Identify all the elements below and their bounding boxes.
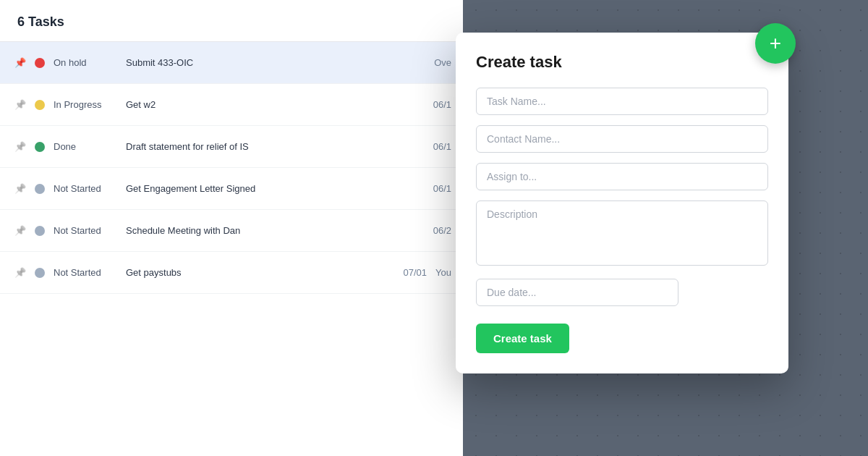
task-row[interactable]: 📌DoneDraft statement for relief of IS06/… <box>0 126 463 168</box>
task-description: Get Engagement Letter Signed <box>126 183 399 194</box>
description-field <box>476 200 768 269</box>
modal-title: Create task <box>476 53 768 72</box>
status-dot <box>35 58 45 68</box>
task-row[interactable]: 📌In ProgressGet w206/1 <box>0 84 463 126</box>
task-description: Submit 433-OIC <box>126 57 399 68</box>
description-textarea[interactable] <box>476 200 768 266</box>
pin-icon: 📌 <box>12 57 29 68</box>
task-status-label: Not Started <box>54 225 126 236</box>
contact-name-field <box>476 125 768 153</box>
task-date: 06/1 <box>408 99 451 110</box>
due-date-input[interactable] <box>476 279 678 306</box>
task-description: Draft statement for relief of IS <box>126 141 399 152</box>
task-description: Get w2 <box>126 99 399 110</box>
task-row[interactable]: 📌Not StartedGet paystubs07/01You <box>0 252 463 294</box>
pin-icon: 📌 <box>12 225 29 236</box>
status-dot <box>35 100 45 110</box>
task-status-label: On hold <box>54 57 126 68</box>
task-status-label: Not Started <box>54 183 126 194</box>
status-dot <box>35 142 45 152</box>
task-list-panel: 6 Tasks 📌On holdSubmit 433-OICOve📌In Pro… <box>0 0 463 456</box>
pin-icon: 📌 <box>12 141 29 152</box>
contact-name-input[interactable] <box>476 125 768 153</box>
task-list-header: 6 Tasks <box>0 0 463 42</box>
status-dot <box>35 268 45 278</box>
task-date: 06/1 <box>408 183 451 194</box>
task-row[interactable]: 📌Not StartedSchedule Meeting with Dan06/… <box>0 210 463 252</box>
assign-to-field <box>476 163 768 190</box>
due-date-field <box>476 279 768 306</box>
plus-icon: + <box>770 33 781 54</box>
task-status-label: Not Started <box>54 267 126 278</box>
task-description: Schedule Meeting with Dan <box>126 225 399 236</box>
create-task-modal: Create task Create task <box>456 33 788 373</box>
pin-icon: 📌 <box>12 267 29 278</box>
task-row[interactable]: 📌Not StartedGet Engagement Letter Signed… <box>0 168 463 210</box>
task-assignee: You <box>435 267 451 278</box>
task-description: Get paystubs <box>126 267 375 278</box>
task-date: 06/2 <box>408 225 451 236</box>
pin-icon: 📌 <box>12 183 29 194</box>
task-status-label: Done <box>54 141 126 152</box>
add-task-fab-button[interactable]: + <box>755 23 796 64</box>
task-date: Ove <box>408 57 451 68</box>
task-count-heading: 6 Tasks <box>17 14 446 30</box>
task-date: 07/01 <box>383 267 427 278</box>
task-name-field <box>476 88 768 115</box>
task-date: 06/1 <box>408 141 451 152</box>
status-dot <box>35 184 45 194</box>
pin-icon: 📌 <box>12 99 29 110</box>
task-rows-container: 📌On holdSubmit 433-OICOve📌In ProgressGet… <box>0 42 463 294</box>
assign-to-input[interactable] <box>476 163 768 190</box>
task-name-input[interactable] <box>476 88 768 115</box>
create-task-button[interactable]: Create task <box>476 324 569 353</box>
task-status-label: In Progress <box>54 99 126 110</box>
task-row[interactable]: 📌On holdSubmit 433-OICOve <box>0 42 463 84</box>
status-dot <box>35 226 45 236</box>
